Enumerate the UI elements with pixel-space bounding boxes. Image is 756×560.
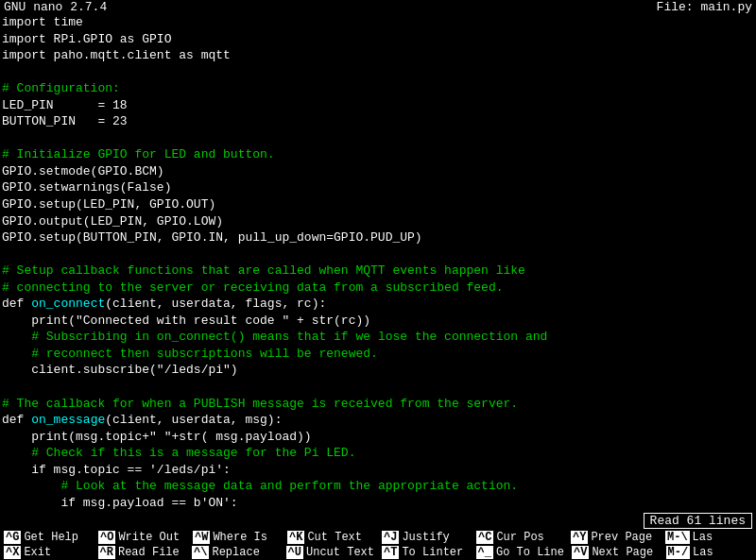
- read-file-label: Read File: [118, 546, 180, 559]
- where-is-item[interactable]: ^W Where Is: [189, 530, 284, 545]
- prev-page-key: ^Y: [571, 531, 588, 544]
- next-page-item[interactable]: ^V Next Page: [568, 545, 662, 560]
- exit-item[interactable]: ^X Exit: [0, 545, 94, 560]
- to-linter-key: ^T: [382, 546, 399, 559]
- code-editor[interactable]: import time import RPi.GPIO as GPIO impo…: [0, 14, 756, 512]
- write-key: ^O: [98, 531, 115, 544]
- exit-key: ^X: [4, 546, 21, 559]
- write-item[interactable]: ^O Write Out: [94, 530, 189, 545]
- prev-page-item[interactable]: ^Y Prev Page: [567, 530, 662, 545]
- justify-key: ^J: [382, 531, 399, 544]
- go-to-line-key: ^_: [476, 546, 493, 559]
- last1-item[interactable]: M-\ Las: [662, 530, 756, 545]
- to-linter-label: To Linter: [402, 546, 463, 559]
- bottom-row-1: ^G Get Help ^O Write Out ^W Where Is ^K …: [0, 530, 756, 545]
- read-file-key: ^R: [98, 546, 115, 559]
- write-label: Write Out: [118, 531, 180, 544]
- where-is-label: Where Is: [213, 531, 267, 544]
- last1-label: Las: [693, 531, 713, 544]
- read-file-item[interactable]: ^R Read File: [94, 545, 189, 560]
- cut-item[interactable]: ^K Cut Text: [284, 530, 378, 545]
- status-bar: Read 61 lines: [0, 512, 756, 530]
- app-title: GNU nano 2.7.4: [4, 0, 107, 14]
- title-bar: GNU nano 2.7.4 File: main.py: [0, 0, 756, 14]
- bottom-row-2: ^X Exit ^R Read File ^\ Replace ^U Uncut…: [0, 545, 756, 560]
- last2-key: M-/: [666, 546, 691, 559]
- cur-pos-key: ^C: [476, 531, 493, 544]
- next-page-label: Next Page: [592, 546, 653, 559]
- cut-key: ^K: [287, 531, 304, 544]
- cur-pos-item[interactable]: ^C Cur Pos: [472, 530, 567, 545]
- exit-label: Exit: [24, 546, 51, 559]
- next-page-key: ^V: [572, 546, 589, 559]
- justify-item[interactable]: ^J Justify: [378, 530, 472, 545]
- uncut-item[interactable]: ^U Uncut Text: [283, 545, 378, 560]
- help-key: ^G: [4, 531, 21, 544]
- help-label: Get Help: [24, 531, 78, 544]
- terminal: GNU nano 2.7.4 File: main.py import time…: [0, 0, 756, 560]
- go-to-line-label: Go To Line: [496, 546, 564, 559]
- uncut-key: ^U: [286, 546, 303, 559]
- file-title: File: main.py: [657, 0, 752, 14]
- where-is-key: ^W: [193, 531, 210, 544]
- replace-label: Replace: [212, 546, 259, 559]
- to-linter-item[interactable]: ^T To Linter: [378, 545, 472, 560]
- last1-key: M-\: [665, 531, 690, 544]
- prev-page-label: Prev Page: [591, 531, 652, 544]
- cur-pos-label: Cur Pos: [496, 531, 543, 544]
- uncut-label: Uncut Text: [306, 546, 374, 559]
- help-item[interactable]: ^G Get Help: [0, 530, 94, 545]
- status-message: Read 61 lines: [644, 513, 752, 529]
- go-to-line-item[interactable]: ^_ Go To Line: [472, 545, 568, 560]
- last2-label: Las: [693, 546, 713, 559]
- bottom-bar: ^G Get Help ^O Write Out ^W Where Is ^K …: [0, 530, 756, 560]
- justify-label: Justify: [402, 531, 449, 544]
- cut-label: Cut Text: [307, 531, 362, 544]
- replace-key: ^\: [192, 546, 209, 559]
- last2-item[interactable]: M-/ Las: [662, 545, 757, 560]
- replace-item[interactable]: ^\ Replace: [188, 545, 283, 560]
